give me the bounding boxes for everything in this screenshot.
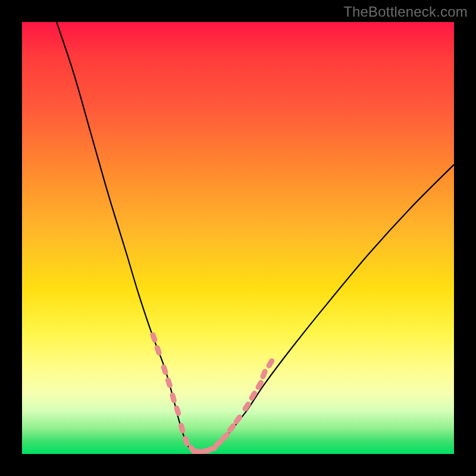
highlight-marker-group — [149, 331, 275, 454]
plot-area — [22, 22, 454, 454]
highlight-marker — [165, 377, 173, 389]
highlight-marker — [182, 435, 190, 447]
bottleneck-curve — [57, 22, 454, 452]
highlight-marker — [169, 392, 177, 404]
highlight-marker — [178, 422, 186, 434]
highlight-marker — [173, 405, 181, 416]
highlight-marker — [265, 358, 275, 369]
highlight-marker — [160, 364, 168, 375]
highlight-marker — [259, 368, 268, 380]
curve-svg — [22, 22, 454, 454]
watermark-text: TheBottleneck.com — [343, 4, 468, 20]
highlight-marker — [149, 331, 158, 343]
highlight-marker — [154, 345, 162, 356]
outer-frame: TheBottleneck.com — [0, 0, 476, 476]
